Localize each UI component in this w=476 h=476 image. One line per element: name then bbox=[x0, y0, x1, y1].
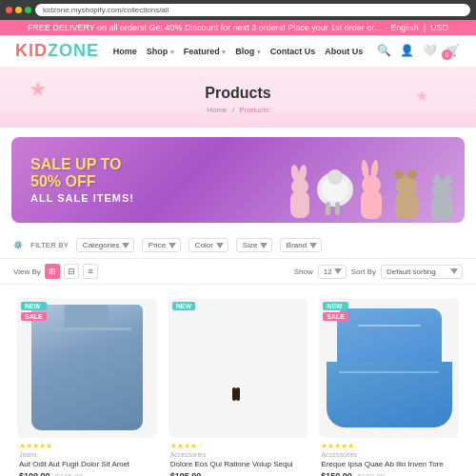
product-3-price: $150.00 $180.00 bbox=[321, 471, 457, 476]
sale-line1: SALE UP TO bbox=[30, 156, 121, 172]
product-2-stars: ★★★★☆ bbox=[170, 442, 307, 450]
toy-bunny bbox=[286, 170, 314, 223]
filter-categories[interactable]: Categories bbox=[76, 238, 134, 252]
view-controls: View By ⊞ ⊟ ≡ bbox=[13, 264, 98, 279]
announcement-bar: FREE DELIVERY on all orders! Get 40% Dis… bbox=[0, 20, 476, 35]
currency-selector[interactable]: USD bbox=[430, 23, 448, 32]
product-3-name: Ereque Ipsa Quae Ab Illo Inven Tore bbox=[321, 460, 457, 469]
filter-icon: ⚙️ bbox=[13, 241, 23, 249]
product-1-current-price: $100.00 bbox=[19, 471, 50, 476]
product-2-name: Dolore Eos Qui Ratione Volup Sequi bbox=[170, 460, 307, 469]
main-navigation: Home Shop ▾ Featured ▾ Blog ▾ Contact Us… bbox=[113, 47, 364, 56]
breadcrumb: Home / Products bbox=[0, 106, 476, 114]
product-1-name: Aut Odit Aut Fugit Dolor Sit Amet bbox=[19, 460, 155, 469]
logo-kid: KID bbox=[15, 41, 48, 60]
header-icons: 🔍 👤 🤍 🛒0 bbox=[377, 44, 461, 59]
product-3-old-price: $180.00 bbox=[357, 472, 385, 476]
filter-size[interactable]: Size bbox=[236, 238, 272, 252]
product-card-1[interactable]: NEW SALE ★★★★★ Jeans Aut Odit Aut Fugit … bbox=[11, 292, 163, 476]
breadcrumb-area: Products Home / Products bbox=[0, 68, 476, 128]
product-2-current-price: $195.00 bbox=[170, 471, 202, 476]
boots-illustration bbox=[228, 327, 248, 408]
cart-icon[interactable]: 🛒0 bbox=[446, 44, 461, 59]
badge-new-3: NEW bbox=[323, 302, 348, 310]
sale-text: SALE UP TO 50% OFF ALL SALE ITEMS! bbox=[30, 156, 134, 203]
cart-count: 0 bbox=[442, 50, 452, 60]
product-1-info: ★★★★★ Jeans Aut Odit Aut Fugit Dolor Sit… bbox=[17, 438, 157, 476]
site-logo[interactable]: KIDZONE bbox=[15, 41, 99, 61]
filter-brand[interactable]: Brand bbox=[280, 238, 322, 252]
minimize-dot bbox=[15, 7, 22, 13]
dress-bottom bbox=[327, 362, 452, 427]
badge-new-2: NEW bbox=[172, 302, 195, 310]
product-1-category: Jeans bbox=[19, 451, 155, 458]
breadcrumb-separator: / bbox=[232, 106, 234, 114]
toy-pink-bunny bbox=[356, 168, 387, 223]
product-1-stars: ★★★★★ bbox=[19, 442, 155, 450]
product-3-current-price: $150.00 bbox=[321, 471, 352, 476]
sale-percent: 50% OFF bbox=[30, 173, 95, 189]
browser-chrome: kidzone.myshopify.com/collections/all bbox=[0, 0, 476, 20]
product-3-info: ★★★★★ Accessories Ereque Ipsa Quae Ab Il… bbox=[319, 438, 459, 476]
product-3-badges: NEW SALE bbox=[323, 302, 348, 321]
sale-banner: SALE UP TO 50% OFF ALL SALE ITEMS! bbox=[11, 137, 465, 223]
product-card-2[interactable]: NEW ★★★★☆ Accessories Dolore Eos Qui Rat… bbox=[163, 292, 314, 476]
filter-label: FILTER BY bbox=[30, 241, 69, 249]
filter-price[interactable]: Price bbox=[142, 238, 181, 252]
sale-toys-decoration bbox=[286, 166, 457, 223]
product-1-price: $100.00 $125.00 bbox=[19, 471, 155, 476]
product-2-category: Accessories bbox=[170, 451, 307, 458]
product-3-stars: ★★★★★ bbox=[321, 442, 457, 450]
grid-small-view-button[interactable]: ⊟ bbox=[64, 264, 79, 279]
nav-about[interactable]: About Us bbox=[325, 47, 363, 56]
filter-color[interactable]: Color bbox=[188, 238, 228, 252]
nav-blog[interactable]: Blog ▾ bbox=[235, 47, 261, 56]
breadcrumb-home[interactable]: Home bbox=[207, 106, 227, 114]
badge-sale-1: SALE bbox=[21, 312, 47, 321]
show-label: Show bbox=[294, 268, 313, 276]
product-2-price: $195.00 bbox=[170, 471, 307, 476]
dress-top bbox=[337, 308, 442, 362]
product-card-3[interactable]: NEW SALE ★★★★★ Accessories Ereque Ipsa Q… bbox=[313, 292, 465, 476]
toy-bear bbox=[390, 169, 423, 223]
language-selector[interactable]: English bbox=[390, 23, 419, 32]
view-by-label: View By bbox=[13, 268, 41, 276]
product-1-badges: NEW SALE bbox=[21, 302, 47, 321]
grid-view-button[interactable]: ⊞ bbox=[45, 264, 60, 279]
toy-sheep bbox=[318, 166, 352, 223]
toy-cat bbox=[426, 173, 457, 223]
show-count-select[interactable]: 12 24 36 bbox=[318, 265, 347, 279]
badge-sale-3: SALE bbox=[323, 312, 348, 321]
page-title: Products bbox=[0, 85, 476, 102]
product-3-category: Accessories bbox=[321, 451, 457, 458]
window-controls bbox=[6, 7, 31, 13]
wishlist-icon[interactable]: 🤍 bbox=[423, 44, 438, 59]
announcement-text: FREE DELIVERY on all orders! Get 40% Dis… bbox=[28, 23, 381, 32]
sort-by-label: Sort By bbox=[351, 268, 376, 276]
sale-headline: SALE UP TO 50% OFF bbox=[30, 156, 134, 189]
account-icon[interactable]: 👤 bbox=[400, 44, 415, 59]
badge-new-1: NEW bbox=[21, 302, 47, 310]
product-1-old-price: $125.00 bbox=[55, 472, 83, 476]
dress-illustration bbox=[337, 308, 442, 427]
sort-controls: Show 12 24 36 Sort By Default sorting Pr… bbox=[294, 265, 463, 279]
nav-contact[interactable]: Contact Us bbox=[270, 47, 316, 56]
filter-bar: ⚙️ FILTER BY Categories Price Color Size… bbox=[0, 232, 476, 259]
jeans-illustration bbox=[31, 305, 143, 430]
url-bar[interactable]: kidzone.myshopify.com/collections/all bbox=[35, 4, 470, 16]
product-2-image bbox=[169, 298, 308, 438]
site-header: KIDZONE Home Shop ▾ Featured ▾ Blog ▾ Co… bbox=[0, 35, 476, 68]
product-2-badges: NEW bbox=[172, 302, 195, 310]
breadcrumb-current: Products bbox=[239, 106, 269, 114]
nav-featured[interactable]: Featured ▾ bbox=[184, 47, 227, 56]
product-2-info: ★★★★☆ Accessories Dolore Eos Qui Ratione… bbox=[169, 438, 308, 476]
search-icon[interactable]: 🔍 bbox=[377, 44, 392, 59]
products-grid: NEW SALE ★★★★★ Jeans Aut Odit Aut Fugit … bbox=[0, 285, 476, 476]
list-view-button[interactable]: ≡ bbox=[83, 264, 98, 279]
nav-shop[interactable]: Shop ▾ bbox=[147, 47, 174, 56]
product-controls: View By ⊞ ⊟ ≡ Show 12 24 36 Sort By Defa… bbox=[0, 259, 476, 285]
maximize-dot bbox=[25, 7, 31, 13]
sort-by-select[interactable]: Default sorting Price: Low to High Price… bbox=[381, 265, 463, 279]
logo-zone: ZONE bbox=[48, 41, 99, 60]
nav-home[interactable]: Home bbox=[113, 47, 137, 56]
